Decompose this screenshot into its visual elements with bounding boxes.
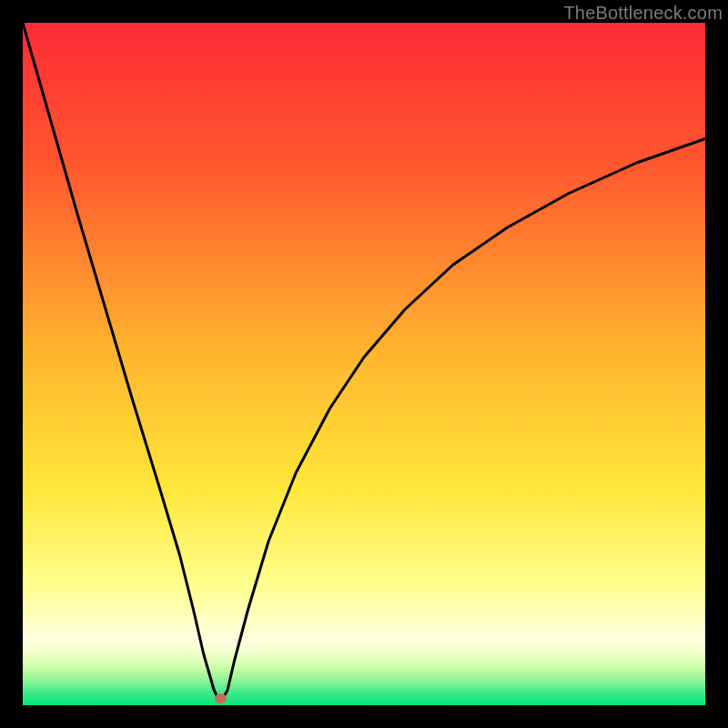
plot-area [23, 23, 705, 705]
watermark-text: TheBottleneck.com [563, 3, 723, 24]
chart-frame: TheBottleneck.com [0, 0, 728, 728]
chart-svg [23, 23, 705, 705]
gradient-background [23, 23, 705, 705]
min-marker [215, 693, 227, 703]
